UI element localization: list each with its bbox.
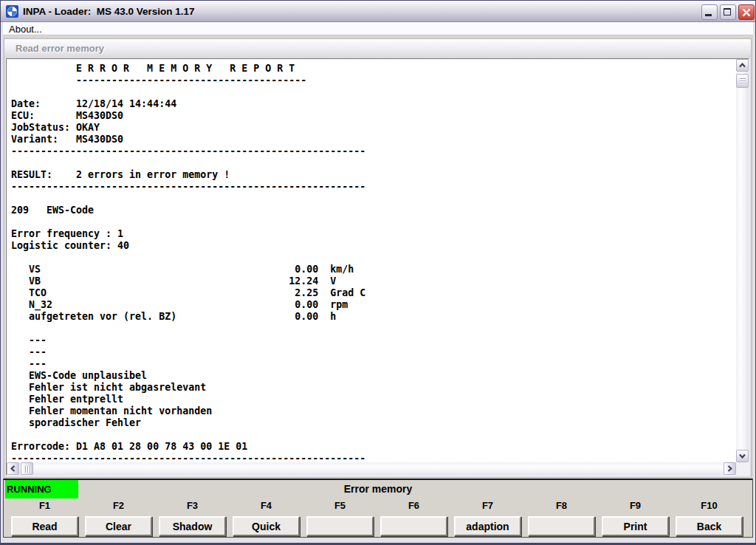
horizontal-scrollbar[interactable] — [7, 462, 736, 475]
group-box-title: Read error memory — [16, 43, 104, 54]
fkey-label-f8: F8 — [528, 500, 595, 511]
thumb-grip — [740, 78, 746, 84]
fkey-cell-f5: F5 — [306, 479, 374, 538]
fkey-cell-f9: F9 Print — [602, 479, 669, 538]
error-report-text: E R R O R M E M O R Y R E P O R T ------… — [11, 63, 365, 465]
scroll-up-button[interactable] — [736, 59, 749, 72]
fkey-label-f3: F3 — [159, 500, 226, 511]
fkey-label-f6: F6 — [380, 500, 447, 511]
back-button[interactable]: Back — [676, 516, 743, 536]
fkey-label-f1: F1 — [11, 500, 78, 511]
scroll-down-button[interactable] — [736, 450, 749, 462]
fkey-cell-f10: F10 Back — [676, 479, 743, 538]
chevron-up-icon — [739, 63, 746, 68]
f6-button[interactable] — [380, 516, 447, 536]
f5-button[interactable] — [306, 516, 374, 536]
quick-button[interactable]: Quick — [233, 516, 300, 536]
scrollbar-corner — [736, 462, 749, 475]
maximize-button[interactable] — [720, 4, 736, 20]
fkey-label-f4: F4 — [233, 500, 300, 511]
thumb-grip — [25, 466, 31, 473]
fkey-label-f2: F2 — [85, 500, 152, 511]
fkey-cell-f3: F3 Shadow — [159, 479, 226, 538]
chevron-down-icon — [739, 453, 746, 459]
scroll-left-button[interactable] — [7, 462, 19, 475]
maximize-icon — [724, 8, 731, 16]
function-key-panel: RUNNING Error memory F1 Read F2 Clear F3… — [3, 479, 753, 538]
clear-button[interactable]: Clear — [85, 516, 152, 536]
shadow-button[interactable]: Shadow — [159, 516, 226, 536]
report-area: E R R O R M E M O R Y R E P O R T ------… — [6, 58, 749, 476]
adaption-button[interactable]: adaption — [454, 516, 521, 536]
menu-bar: About... — [3, 22, 753, 35]
menu-item-about[interactable]: About... — [9, 24, 42, 35]
vertical-scrollbar[interactable] — [736, 59, 749, 462]
fkey-label-f7: F7 — [454, 500, 521, 511]
close-button[interactable] — [738, 4, 755, 20]
print-button[interactable]: Print — [602, 516, 669, 536]
window-title: INPA - Loader: MS 43.0 Version 1.17 — [23, 6, 195, 17]
fkey-cell-f7: F7 adaption — [454, 479, 521, 538]
chevron-right-icon — [727, 465, 732, 472]
fkey-cell-f6: F6 — [380, 479, 447, 538]
group-box-caption: Read error memory — [4, 39, 751, 58]
f8-button[interactable] — [528, 516, 595, 536]
close-icon — [742, 8, 751, 17]
title-bar[interactable]: INPA - Loader: MS 43.0 Version 1.17 — [1, 1, 755, 22]
fkey-cell-f4: F4 Quick — [233, 479, 300, 538]
fkey-label-f5: F5 — [306, 500, 374, 511]
app-icon-bmw — [6, 5, 18, 18]
fkey-label-f10: F10 — [676, 500, 743, 511]
fkey-cell-f1: F1 Read — [11, 479, 78, 538]
fkey-cell-f8: F8 — [528, 479, 595, 538]
group-box-read-error-memory: Read error memory E R R O R M E M O R Y … — [4, 38, 752, 478]
vertical-scroll-thumb[interactable] — [736, 74, 749, 88]
read-button[interactable]: Read — [11, 516, 78, 536]
fkey-label-f9: F9 — [602, 500, 669, 511]
horizontal-scroll-thumb[interactable] — [21, 462, 33, 475]
panel-bottom-edge — [3, 537, 753, 538]
scroll-right-button[interactable] — [724, 462, 736, 475]
minimize-icon — [705, 14, 712, 16]
chevron-left-icon — [10, 465, 16, 472]
minimize-button[interactable] — [701, 4, 718, 20]
fkey-cell-f2: F2 Clear — [85, 479, 152, 538]
